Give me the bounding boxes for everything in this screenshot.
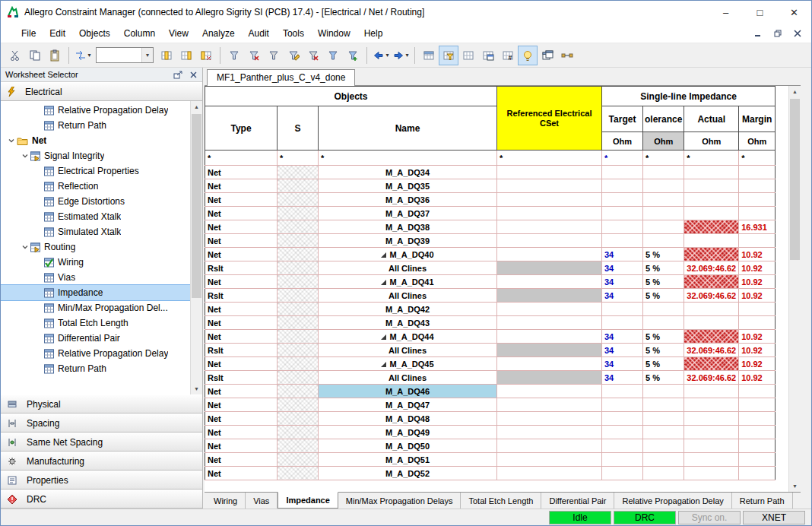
menu-tools[interactable]: Tools xyxy=(276,25,311,42)
cell-cset[interactable] xyxy=(497,426,602,439)
tree-item-relative-propagation-delay[interactable]: Relative Propagation Delay xyxy=(1,346,190,361)
cell-tolerance[interactable] xyxy=(643,179,684,193)
cell-type[interactable]: Rslt xyxy=(205,261,278,275)
cell-target[interactable]: 34 xyxy=(602,275,643,289)
scroll-down-icon[interactable]: ▼ xyxy=(191,383,202,394)
target-column-header[interactable]: Target xyxy=(602,106,643,132)
cell-type[interactable]: Net xyxy=(205,220,278,234)
tree-item-impedance[interactable]: Impedance xyxy=(1,285,190,300)
cell-margin[interactable] xyxy=(739,385,776,398)
cell-type[interactable]: Net xyxy=(205,166,278,179)
cell-tolerance[interactable] xyxy=(643,166,684,179)
cell-margin[interactable]: 10.92 xyxy=(739,344,776,357)
cell-margin[interactable]: 16.931 xyxy=(739,220,776,234)
cell-type[interactable]: Net xyxy=(205,330,278,344)
cell-actual[interactable] xyxy=(684,439,739,453)
tab-wiring[interactable]: Wiring xyxy=(206,493,246,509)
cell-cset[interactable] xyxy=(497,234,602,248)
cell-target[interactable]: 34 xyxy=(602,261,643,275)
cell-target[interactable]: 34 xyxy=(602,357,643,371)
connection-view-button[interactable] xyxy=(557,46,577,65)
cell-name[interactable]: M_A_DQ44 xyxy=(319,330,497,344)
cell-actual[interactable] xyxy=(684,220,739,234)
cell-cset[interactable] xyxy=(497,344,602,357)
cell-actual[interactable] xyxy=(684,385,739,398)
cell-name[interactable]: M_A_DQ39 xyxy=(319,234,497,248)
cell-tolerance[interactable] xyxy=(643,234,684,248)
menu-analyze[interactable]: Analyze xyxy=(195,25,242,42)
cell-cset[interactable] xyxy=(497,398,602,412)
cell-cset[interactable] xyxy=(497,453,602,467)
cell-type[interactable]: Rslt xyxy=(205,344,278,357)
cell-cset[interactable] xyxy=(497,357,602,371)
forward-button[interactable]: ▾ xyxy=(391,46,411,65)
maximize-button[interactable]: □ xyxy=(743,1,777,24)
filter-cell-type[interactable]: * xyxy=(205,151,278,166)
cell-cset[interactable] xyxy=(497,439,602,453)
cell-target[interactable] xyxy=(602,467,643,480)
single-line-impedance-group-header[interactable]: Single-line Impedance xyxy=(602,87,776,106)
filter-new-button[interactable] xyxy=(343,46,363,65)
cell-actual[interactable] xyxy=(684,179,739,193)
domain-electrical[interactable]: Electrical xyxy=(1,82,202,101)
domain-drc[interactable]: DRC xyxy=(1,490,202,509)
cell-actual[interactable]: 32.069:46.62 xyxy=(684,344,739,357)
scroll-up-icon[interactable]: ▲ xyxy=(191,101,202,112)
mdi-restore-button[interactable] xyxy=(770,27,785,40)
cell-name[interactable]: M_A_DQ40 xyxy=(319,248,497,261)
domain-spacing[interactable]: Spacing xyxy=(1,414,202,433)
cell-target[interactable] xyxy=(602,207,643,220)
menu-edit[interactable]: Edit xyxy=(43,25,72,42)
cell-actual[interactable] xyxy=(684,453,739,467)
worksheet-filter-button[interactable] xyxy=(439,46,458,65)
domain-manufacturing[interactable]: Manufacturing xyxy=(1,452,202,471)
cell-tolerance[interactable]: 5 % xyxy=(643,344,684,357)
cell-actual[interactable] xyxy=(684,357,739,371)
filter-disabled-button[interactable] xyxy=(264,46,284,65)
cell-margin[interactable] xyxy=(739,412,776,426)
cell-name[interactable]: All Clines xyxy=(319,261,497,275)
expand-triangle-icon[interactable] xyxy=(381,362,386,367)
cell-cset[interactable] xyxy=(497,220,602,234)
cell-margin[interactable] xyxy=(739,193,776,207)
cell-name[interactable]: M_A_DQ41 xyxy=(319,275,497,289)
cell-name[interactable]: M_A_DQ36 xyxy=(319,193,497,207)
filter-edit-button[interactable] xyxy=(284,46,303,65)
cell-name[interactable]: M_A_DQ49 xyxy=(319,426,497,439)
domain-properties[interactable]: Properties xyxy=(1,471,202,490)
scroll-up-icon[interactable]: ▲ xyxy=(789,86,801,97)
cell-margin[interactable] xyxy=(739,303,776,316)
tree-scrollbar[interactable]: ▲ ▼ xyxy=(190,101,202,394)
sheet-tab[interactable]: MF1_Panther_plus_C_v4_done xyxy=(207,69,355,86)
cell-target[interactable]: 34 xyxy=(602,330,643,344)
tree-item-return-path[interactable]: Return Path xyxy=(1,118,190,133)
filter-cell-cset[interactable]: * xyxy=(497,151,602,166)
cell-actual[interactable] xyxy=(684,467,739,480)
filter-cell-s[interactable]: * xyxy=(278,151,319,166)
cell-cset[interactable] xyxy=(497,166,602,179)
cell-tolerance[interactable]: 5 % xyxy=(643,248,684,261)
mdi-minimize-button[interactable] xyxy=(750,27,766,40)
mdi-close-button[interactable] xyxy=(790,27,805,40)
tree-item-net[interactable]: Net xyxy=(1,133,190,148)
tree-item-wiring[interactable]: Wiring xyxy=(1,255,190,270)
filter-remove-button[interactable] xyxy=(244,46,264,65)
cell-name[interactable]: M_A_DQ43 xyxy=(319,316,497,330)
cell-margin[interactable]: 10.92 xyxy=(739,289,776,303)
cell-tolerance[interactable]: 5 % xyxy=(643,289,684,303)
cell-name[interactable]: All Clines xyxy=(319,344,497,357)
cell-cset[interactable] xyxy=(497,467,602,480)
filter-cell-actual[interactable]: * xyxy=(684,151,739,166)
cell-actual[interactable] xyxy=(684,166,739,179)
filter-apply-button[interactable] xyxy=(323,46,343,65)
tree-item-electrical-properties[interactable]: Electrical Properties xyxy=(1,163,190,179)
cell-cset[interactable] xyxy=(497,316,602,330)
cell-type[interactable]: Net xyxy=(205,467,278,480)
cell-type[interactable]: Rslt xyxy=(205,371,278,385)
float-panel-icon[interactable] xyxy=(172,69,184,80)
cell-actual[interactable] xyxy=(684,248,739,261)
cell-cset[interactable] xyxy=(497,248,602,261)
cell-margin[interactable]: 10.92 xyxy=(739,330,776,344)
cell-margin[interactable]: 10.92 xyxy=(739,275,776,289)
cell-tolerance[interactable] xyxy=(643,303,684,316)
